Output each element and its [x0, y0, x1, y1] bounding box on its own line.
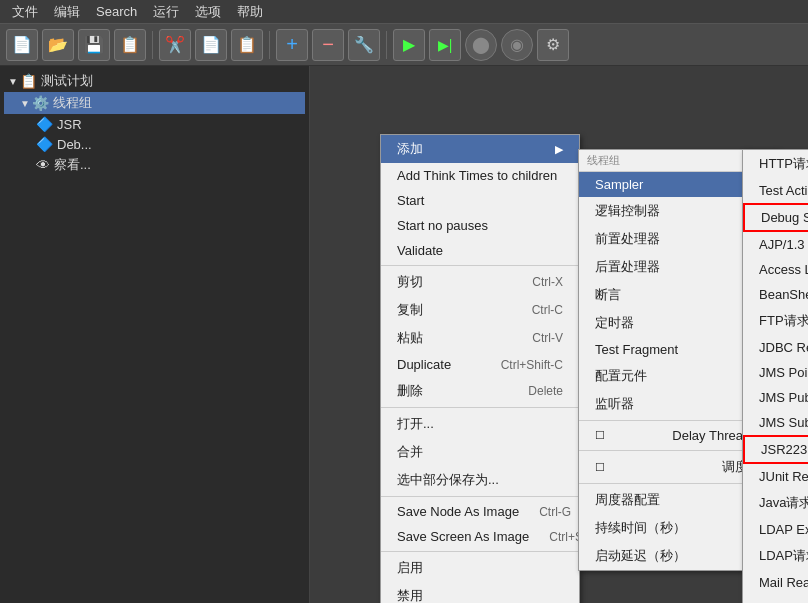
sampler-java[interactable]: Java请求 [743, 489, 808, 517]
left-panel: ▼ 📋 测试计划 ▼ ⚙️ 线程组 🔷 JSR 🔷 Deb... 👁 察看... [0, 66, 310, 603]
tree-item-debug[interactable]: 🔷 Deb... [4, 134, 305, 154]
tree-item-jsr[interactable]: 🔷 JSR [4, 114, 305, 134]
settings2-button[interactable]: ⚙ [537, 29, 569, 61]
ctx-open[interactable]: 打开... [381, 410, 579, 438]
ctx-save-screen-image[interactable]: Save Screen As Image Ctrl+Shift-G [381, 524, 579, 549]
right-panel: 继续 Start Next Thread Loop 添加 ▶ Add Think… [310, 66, 808, 603]
tree-item-view[interactable]: 👁 察看... [4, 154, 305, 176]
main-context-menu: 添加 ▶ Add Think Times to children Start S… [380, 134, 580, 603]
ctx-start-no-pauses[interactable]: Start no pauses [381, 213, 579, 238]
add-button[interactable]: + [276, 29, 308, 61]
view-icon: 👁 [36, 157, 50, 173]
cut-button[interactable]: ✂️ [159, 29, 191, 61]
menu-search[interactable]: Search [88, 2, 145, 21]
ctx-copy[interactable]: 复制 Ctrl-C [381, 296, 579, 324]
play-next-button[interactable]: ▶| [429, 29, 461, 61]
sampler-debug[interactable]: Debug Sampler [743, 203, 808, 232]
sampler-ftp[interactable]: FTP请求 [743, 307, 808, 335]
copy-button[interactable]: 📄 [195, 29, 227, 61]
sampler-http[interactable]: HTTP请求 [743, 150, 808, 178]
settings-button[interactable]: 🔧 [348, 29, 380, 61]
menu-file[interactable]: 文件 [4, 1, 46, 23]
sampler-ldap[interactable]: LDAP请求 [743, 542, 808, 570]
sampler-test-action[interactable]: Test Action [743, 178, 808, 203]
main-window: 文件 编辑 Search 运行 选项 帮助 📄 📂 💾 📋 ✂️ 📄 📋 + −… [0, 0, 808, 603]
ctx-sep-3 [381, 496, 579, 497]
sampler-ldap-extended[interactable]: LDAP Extended Request [743, 517, 808, 542]
ctx-merge[interactable]: 合并 [381, 438, 579, 466]
sampler-mail-reader[interactable]: Mail Reader Sampler [743, 570, 808, 595]
menu-edit[interactable]: 编辑 [46, 1, 88, 23]
jsr-icon: 🔷 [36, 116, 53, 132]
sampler-junit[interactable]: JUnit Request [743, 464, 808, 489]
tree-item-thread-group[interactable]: ▼ ⚙️ 线程组 [4, 92, 305, 114]
toolbar-sep-3 [386, 31, 387, 59]
remove-button[interactable]: − [312, 29, 344, 61]
toolbar: 📄 📂 💾 📋 ✂️ 📄 📋 + − 🔧 ▶ ▶| ⬤ ◉ ⚙ [0, 24, 808, 66]
sampler-jsr223[interactable]: JSR223 Sampler [743, 435, 808, 464]
ctx-duplicate[interactable]: Duplicate Ctrl+Shift-C [381, 352, 579, 377]
sampler-jms-subscriber[interactable]: JMS Subscriber [743, 410, 808, 435]
sampler-jms-p2p[interactable]: JMS Point-to-Point [743, 360, 808, 385]
ctx-validate[interactable]: Validate [381, 238, 579, 263]
save-button[interactable]: 💾 [78, 29, 110, 61]
ctx-start[interactable]: Start [381, 188, 579, 213]
sampler-beanshell[interactable]: BeanShell Sampler [743, 282, 808, 307]
pause-button[interactable]: ◉ [501, 29, 533, 61]
play-button[interactable]: ▶ [393, 29, 425, 61]
menu-options[interactable]: 选项 [187, 1, 229, 23]
saveas-button[interactable]: 📋 [114, 29, 146, 61]
sampler-jms-publisher[interactable]: JMS Publisher [743, 385, 808, 410]
ctx-sep-1 [381, 265, 579, 266]
ctx-add-think-times[interactable]: Add Think Times to children [381, 163, 579, 188]
toolbar-sep-1 [152, 31, 153, 59]
content-area: ▼ 📋 测试计划 ▼ ⚙️ 线程组 🔷 JSR 🔷 Deb... 👁 察看... [0, 66, 808, 603]
ctx-paste[interactable]: 粘贴 Ctrl-V [381, 324, 579, 352]
thread-group-icon: ⚙️ [32, 95, 49, 111]
test-plan-icon: 📋 [20, 73, 37, 89]
menu-help[interactable]: 帮助 [229, 1, 271, 23]
ctx-sep-4 [381, 551, 579, 552]
sampler-ajp[interactable]: AJP/1.3 Sampler [743, 232, 808, 257]
new-button[interactable]: 📄 [6, 29, 38, 61]
ctx-delete[interactable]: 删除 Delete [381, 377, 579, 405]
ctx-save-node-image[interactable]: Save Node As Image Ctrl-G [381, 499, 579, 524]
ctx-sep-2 [381, 407, 579, 408]
toolbar-sep-2 [269, 31, 270, 59]
open-button[interactable]: 📂 [42, 29, 74, 61]
tree-item-test-plan[interactable]: ▼ 📋 测试计划 [4, 70, 305, 92]
debug-icon: 🔷 [36, 136, 53, 152]
sampler-jdbc[interactable]: JDBC Request [743, 335, 808, 360]
submenu-sampler-list: HTTP请求 Test Action Debug Sampler AJP/1.3… [742, 149, 808, 603]
sampler-os-process[interactable]: OS Process Sampler [743, 595, 808, 603]
ctx-disable[interactable]: 禁用 [381, 582, 579, 603]
paste-button[interactable]: 📋 [231, 29, 263, 61]
ctx-enable[interactable]: 启用 [381, 554, 579, 582]
ctx-add[interactable]: 添加 ▶ [381, 135, 579, 163]
ctx-cut[interactable]: 剪切 Ctrl-X [381, 268, 579, 296]
menubar: 文件 编辑 Search 运行 选项 帮助 [0, 0, 808, 24]
ctx-save-selection[interactable]: 选中部分保存为... [381, 466, 579, 494]
sampler-access-log[interactable]: Access Log Sampler [743, 257, 808, 282]
stop-button[interactable]: ⬤ [465, 29, 497, 61]
menu-run[interactable]: 运行 [145, 1, 187, 23]
